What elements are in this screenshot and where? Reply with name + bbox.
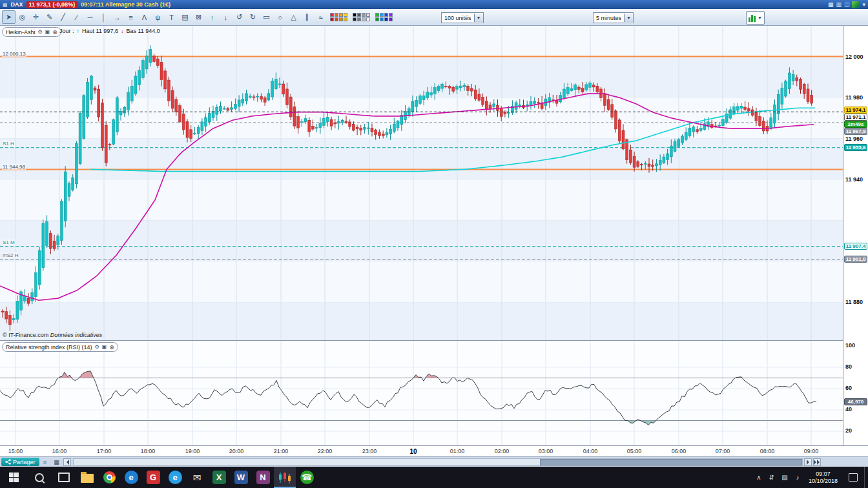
color-swatch[interactable] bbox=[357, 17, 361, 21]
tray-icon[interactable]: ▤ bbox=[778, 474, 791, 481]
scroll-end-button[interactable] bbox=[813, 458, 821, 466]
hline-tool[interactable]: ─ bbox=[83, 10, 97, 24]
crosshair-tool[interactable]: ✛ bbox=[29, 10, 43, 24]
taskbar-app-mail[interactable]: ✉ bbox=[186, 467, 208, 488]
platform-logo-icon[interactable] bbox=[852, 1, 860, 8]
color-swatch[interactable] bbox=[335, 13, 338, 17]
task-view-button[interactable] bbox=[52, 467, 76, 488]
note-tool[interactable]: ▤ bbox=[178, 10, 192, 24]
color-swatch[interactable] bbox=[339, 17, 343, 21]
scroll-left-button[interactable] bbox=[63, 458, 71, 466]
rsi-indicator-pill[interactable]: Relative strength index (RSI) (14) ⚙ ▣ ⊗ bbox=[2, 342, 118, 352]
sell-arrow-tool[interactable]: ↓ bbox=[219, 10, 232, 24]
start-button[interactable] bbox=[0, 467, 27, 488]
chart-style-pill[interactable]: Heikin-Ashi ⚙ ▣ ⊗ bbox=[2, 27, 61, 37]
triangle-tool[interactable]: △ bbox=[287, 10, 300, 24]
wave-tool[interactable]: ≈ bbox=[314, 10, 327, 24]
scrollbar-thumb[interactable] bbox=[540, 459, 802, 465]
tray-icon[interactable]: ∧ bbox=[752, 474, 765, 481]
close-icon[interactable]: ⊗ bbox=[52, 29, 57, 36]
timeframe-dropdown[interactable]: 5 minutes ▼ bbox=[593, 12, 634, 23]
color-swatch[interactable] bbox=[384, 17, 388, 21]
chevron-down-icon[interactable]: ▼ bbox=[624, 14, 633, 22]
rsi-panel[interactable]: Relative strength index (RSI) (14) ⚙ ▣ ⊗ bbox=[0, 340, 843, 445]
action-center-button[interactable] bbox=[842, 473, 864, 482]
buy-arrow-tool[interactable]: ↑ bbox=[205, 10, 219, 24]
color-swatch[interactable] bbox=[380, 17, 384, 21]
color-swatch[interactable] bbox=[375, 17, 379, 21]
show-desktop-button[interactable] bbox=[864, 467, 868, 488]
ellipse-tool[interactable]: ○ bbox=[273, 10, 287, 24]
scroll-right-button[interactable] bbox=[804, 458, 812, 466]
settings-gear-icon[interactable]: ⚙ bbox=[95, 344, 99, 350]
workspace-grid-icon[interactable]: ▦ bbox=[828, 1, 834, 8]
color-swatch[interactable] bbox=[362, 17, 366, 21]
units-dropdown[interactable]: 100 unités ▼ bbox=[441, 12, 484, 23]
channel-tool[interactable]: ∥ bbox=[300, 10, 314, 24]
redo-tool[interactable]: ↻ bbox=[246, 10, 260, 24]
vline-tool[interactable]: │ bbox=[97, 10, 110, 24]
taskbar-app-phone-app[interactable]: ☎ bbox=[296, 467, 318, 488]
delete-tool[interactable]: ⊠ bbox=[192, 10, 205, 24]
color-swatch[interactable] bbox=[353, 13, 356, 17]
rsi-canvas[interactable] bbox=[0, 341, 843, 445]
taskbar-app-onenote[interactable]: N bbox=[252, 467, 274, 488]
cursor-tool[interactable]: ➤ bbox=[2, 10, 16, 24]
color-swatch[interactable] bbox=[362, 13, 366, 17]
taskbar-app-edge[interactable]: e bbox=[120, 467, 142, 488]
color-swatch[interactable] bbox=[339, 13, 343, 17]
price-chart[interactable]: Heikin-Ashi ⚙ ▣ ⊗ Jour : ↑ Haut 11 997,6… bbox=[0, 26, 843, 340]
taskbar-app-internet-explorer[interactable]: e bbox=[164, 467, 186, 488]
text-tool[interactable]: T bbox=[165, 10, 178, 24]
color-swatch[interactable] bbox=[335, 17, 338, 21]
grid-view-icon[interactable]: ▦ bbox=[52, 458, 61, 466]
taskbar-app-app-g[interactable]: G bbox=[142, 467, 164, 488]
tray-icon[interactable]: ⇵ bbox=[765, 474, 778, 481]
zigzag-tool[interactable]: Λ bbox=[138, 10, 151, 24]
color-swatch[interactable] bbox=[375, 13, 379, 17]
detach-window-icon[interactable]: ▣ bbox=[45, 29, 50, 35]
price-axis[interactable]: 12 00011 98011 96011 94011 88011 974,111… bbox=[843, 26, 868, 445]
fibonacci-tool[interactable]: ≡ bbox=[124, 10, 138, 24]
rectangle-tool[interactable]: ▭ bbox=[260, 10, 273, 24]
share-button[interactable]: Partager bbox=[1, 458, 39, 466]
chart-scrollbar[interactable] bbox=[73, 458, 803, 466]
line-tool[interactable]: ╱ bbox=[56, 10, 70, 24]
logo-menu-chevron-icon[interactable]: ▾ bbox=[862, 1, 865, 8]
candlestick-canvas[interactable] bbox=[0, 26, 843, 340]
color-swatch[interactable] bbox=[330, 13, 334, 17]
contacts-icon[interactable]: ≡ bbox=[40, 458, 50, 466]
taskbar-app-trading-platform[interactable] bbox=[274, 467, 296, 488]
color-swatch[interactable] bbox=[353, 17, 356, 21]
pencil-tool[interactable]: ✎ bbox=[43, 10, 56, 24]
color-swatch[interactable] bbox=[330, 17, 334, 21]
color-swatch[interactable] bbox=[389, 13, 393, 17]
color-swatch[interactable] bbox=[380, 13, 384, 17]
detach-window-icon[interactable]: ▣ bbox=[102, 344, 107, 350]
layout-icon[interactable]: ▥ bbox=[836, 1, 842, 8]
tray-icon[interactable]: ♪ bbox=[791, 474, 804, 481]
taskbar-app-excel[interactable]: X bbox=[208, 467, 230, 488]
zoom-tool[interactable]: ◎ bbox=[16, 10, 29, 24]
taskbar-app-word[interactable]: W bbox=[230, 467, 252, 488]
color-swatch[interactable] bbox=[366, 17, 370, 21]
taskbar-clock[interactable]: 09:07 10/10/2018 bbox=[804, 471, 842, 485]
settings-gear-icon[interactable]: ⚙ bbox=[38, 29, 43, 35]
taskbar-app-file-explorer[interactable] bbox=[76, 467, 98, 488]
color-swatch[interactable] bbox=[344, 13, 347, 17]
pitchfork-tool[interactable]: ψ bbox=[151, 10, 165, 24]
taskbar-app-chrome[interactable] bbox=[98, 467, 120, 488]
close-icon[interactable]: ⊗ bbox=[109, 344, 114, 351]
ray-tool[interactable]: ∕ bbox=[70, 10, 83, 24]
chevron-down-icon[interactable]: ▼ bbox=[474, 14, 483, 22]
time-axis[interactable]: 15:0016:0017:0018:0019:0020:0021:0022:00… bbox=[0, 445, 868, 456]
color-swatch[interactable] bbox=[366, 13, 370, 17]
strategy-button[interactable]: ▼ bbox=[746, 11, 765, 25]
color-swatch[interactable] bbox=[389, 17, 393, 21]
arrow-tool[interactable]: → bbox=[110, 10, 124, 24]
new-window-icon[interactable]: ◫ bbox=[844, 1, 850, 8]
undo-tool[interactable]: ↺ bbox=[232, 10, 246, 24]
color-swatch[interactable] bbox=[384, 13, 388, 17]
color-swatch[interactable] bbox=[357, 13, 361, 17]
color-swatch[interactable] bbox=[344, 17, 347, 21]
